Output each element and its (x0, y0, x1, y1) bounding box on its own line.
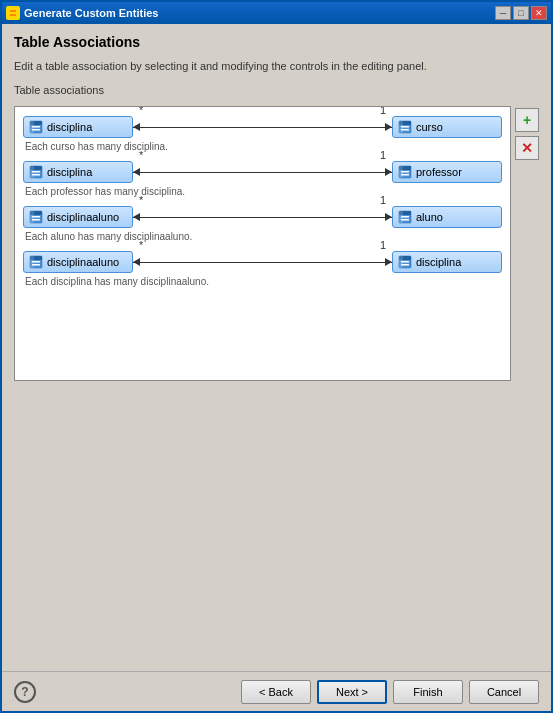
arrow-right (385, 213, 392, 221)
next-button[interactable]: Next > (317, 680, 387, 704)
finish-button[interactable]: Finish (393, 680, 463, 704)
arrow-line (133, 127, 392, 128)
right-table-name: curso (416, 121, 443, 133)
arrow-line (133, 262, 392, 263)
main-window: Generate Custom Entities ─ □ ✕ Table Ass… (0, 0, 553, 713)
arrow-left (133, 123, 140, 131)
assoc-arrow-row: disciplinaaluno * 1 aluno (23, 205, 502, 229)
svg-rect-42 (399, 256, 403, 268)
arrow-left (133, 213, 140, 221)
close-button[interactable]: ✕ (531, 6, 547, 20)
window-title: Generate Custom Entities (24, 7, 491, 19)
associations-panel[interactable]: disciplina * 1 curso Each curso has many… (14, 106, 511, 381)
left-table-name: disciplina (47, 166, 92, 178)
arrow-right (385, 258, 392, 266)
multiplicity-one: 1 (380, 239, 386, 251)
spacer (14, 387, 539, 662)
arrow-line (133, 217, 392, 218)
add-association-button[interactable]: + (515, 108, 539, 132)
navigation-buttons: < Back Next > Finish Cancel (241, 680, 539, 704)
assoc-description: Each aluno has many disciplinaaluno. (23, 231, 502, 242)
svg-rect-7 (30, 121, 34, 133)
table-associations-wrapper: disciplina * 1 curso Each curso has many… (14, 106, 539, 381)
page-title: Table Associations (14, 34, 539, 50)
svg-rect-27 (30, 211, 34, 223)
cancel-button[interactable]: Cancel (469, 680, 539, 704)
svg-rect-22 (399, 166, 403, 178)
svg-rect-12 (399, 121, 403, 133)
multiplicity-many: * (139, 149, 143, 161)
assoc-arrow-row: disciplina * 1 professor (23, 160, 502, 184)
table-row[interactable]: disciplinaaluno * 1 disciplina Each disc… (23, 250, 502, 287)
svg-rect-1 (10, 10, 16, 12)
window-icon (6, 6, 20, 20)
table-row[interactable]: disciplina * 1 professor Each professor … (23, 160, 502, 197)
bottom-bar: ? < Back Next > Finish Cancel (2, 671, 551, 711)
title-bar-buttons: ─ □ ✕ (495, 6, 547, 20)
arrow-section: * 1 (133, 251, 392, 273)
left-table-name: disciplina (47, 121, 92, 133)
right-table-name: disciplina (416, 256, 461, 268)
assoc-description: Each professor has many disciplina. (23, 186, 502, 197)
multiplicity-many: * (139, 194, 143, 206)
back-button[interactable]: < Back (241, 680, 311, 704)
svg-rect-0 (8, 8, 18, 18)
right-table-box: curso (392, 116, 502, 138)
svg-rect-37 (30, 256, 34, 268)
remove-association-button[interactable]: ✕ (515, 136, 539, 160)
content-area: Table Associations Edit a table associat… (2, 24, 551, 671)
assoc-description: Each disciplina has many disciplinaaluno… (23, 276, 502, 287)
page-description: Edit a table association by selecting it… (14, 60, 539, 72)
right-table-name: aluno (416, 211, 443, 223)
assoc-arrow-row: disciplina * 1 curso (23, 115, 502, 139)
svg-rect-32 (399, 211, 403, 223)
maximize-button[interactable]: □ (513, 6, 529, 20)
arrow-left (133, 258, 140, 266)
multiplicity-one: 1 (380, 194, 386, 206)
left-table-box: disciplina (23, 116, 133, 138)
left-table-name: disciplinaaluno (47, 211, 119, 223)
right-table-box: disciplina (392, 251, 502, 273)
left-table-box: disciplinaaluno (23, 251, 133, 273)
table-row[interactable]: disciplinaaluno * 1 aluno Each aluno has… (23, 205, 502, 242)
svg-rect-2 (10, 14, 16, 16)
arrow-section: * 1 (133, 206, 392, 228)
minimize-button[interactable]: ─ (495, 6, 511, 20)
left-table-box: disciplinaaluno (23, 206, 133, 228)
arrow-right (385, 123, 392, 131)
assoc-arrow-row: disciplinaaluno * 1 disciplina (23, 250, 502, 274)
right-table-name: professor (416, 166, 462, 178)
multiplicity-one: 1 (380, 149, 386, 161)
arrow-line (133, 172, 392, 173)
arrow-section: * 1 (133, 116, 392, 138)
svg-rect-17 (30, 166, 34, 178)
assoc-description: Each curso has many disciplina. (23, 141, 502, 152)
right-table-box: aluno (392, 206, 502, 228)
section-label: Table associations (14, 84, 539, 96)
multiplicity-many: * (139, 239, 143, 251)
table-row[interactable]: disciplina * 1 curso Each curso has many… (23, 115, 502, 152)
arrow-section: * 1 (133, 161, 392, 183)
multiplicity-one: 1 (380, 106, 386, 116)
arrow-left (133, 168, 140, 176)
right-table-box: professor (392, 161, 502, 183)
left-table-box: disciplina (23, 161, 133, 183)
multiplicity-many: * (139, 106, 143, 116)
left-table-name: disciplinaaluno (47, 256, 119, 268)
help-button[interactable]: ? (14, 681, 36, 703)
title-bar: Generate Custom Entities ─ □ ✕ (2, 2, 551, 24)
side-buttons: + ✕ (515, 106, 539, 381)
arrow-right (385, 168, 392, 176)
